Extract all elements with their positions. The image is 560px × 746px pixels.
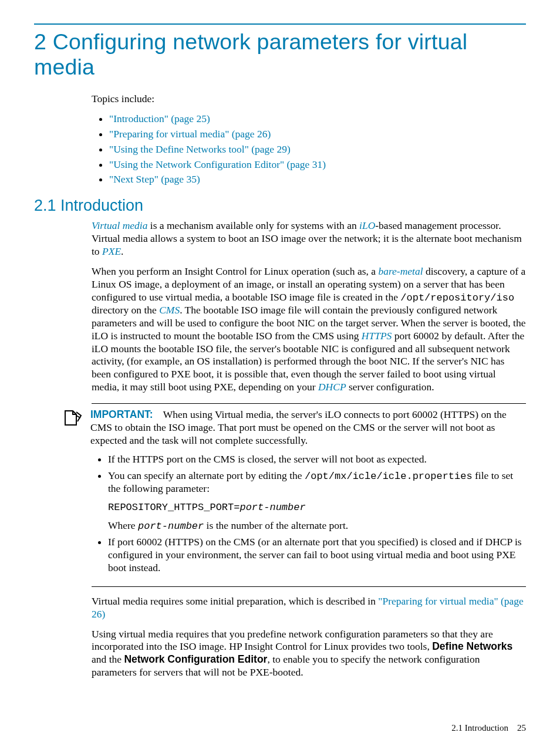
tool-name: Define Networks (432, 640, 512, 652)
glossary-link-virtual-media[interactable]: Virtual media (92, 220, 147, 231)
glossary-link-dhcp[interactable]: DHCP (318, 381, 346, 393)
important-note-icon (63, 409, 83, 431)
footer-page-number: 25 (517, 723, 526, 733)
topic-link[interactable]: "Preparing for virtual media" (page 26) (109, 128, 271, 140)
important-bullets: If the HTTPS port on the CMS is closed, … (90, 453, 526, 575)
code-path: /opt/repository/iso (400, 292, 514, 303)
list-item: If the HTTPS port on the CMS is closed, … (108, 453, 526, 466)
topic-link[interactable]: "Using the Define Networks tool" (page 2… (109, 143, 291, 155)
after-note-paragraph-1: Virtual media requires some initial prep… (92, 595, 526, 621)
glossary-link-https[interactable]: HTTPS (362, 330, 392, 342)
list-item: You can specify an alternate port by edi… (108, 470, 526, 533)
chapter-title: 2 Configuring network parameters for vir… (34, 29, 526, 80)
topic-link[interactable]: "Next Step" (page 35) (109, 173, 200, 185)
intro-paragraph-2: When you perform an Insight Control for … (92, 265, 526, 394)
glossary-link-cms[interactable]: CMS (159, 304, 180, 316)
intro-paragraph-1: Virtual media is a mechanism available o… (92, 220, 526, 258)
page-footer: 2.1 Introduction 25 (451, 723, 526, 733)
list-item: If port 60002 (HTTPS) on the CMS (or an … (108, 536, 526, 575)
footer-section: 2.1 Introduction (451, 723, 508, 733)
code-where: Where port-number is the number of the a… (108, 519, 526, 532)
code-block: REPOSITORY_HTTPS_PORT=port-number (108, 501, 526, 514)
section-title: 2.1 Introduction (34, 197, 526, 215)
glossary-link-bare-metal[interactable]: bare-metal (378, 265, 423, 277)
code-path: /opt/mx/icle/icle.properties (305, 471, 473, 482)
topics-intro: Topics include: (92, 93, 526, 106)
tool-name: Network Configuration Editor (124, 653, 267, 665)
topic-link[interactable]: "Using the Network Configuration Editor"… (109, 158, 326, 170)
important-label: IMPORTANT: (90, 409, 153, 420)
glossary-link-pxe[interactable]: PXE (102, 245, 121, 257)
topics-list: "Introduction" (page 25) "Preparing for … (92, 113, 526, 186)
glossary-link-ilo[interactable]: iLO (359, 220, 375, 231)
after-note-paragraph-2: Using virtual media requires that you pr… (92, 628, 526, 680)
topic-link[interactable]: "Introduction" (page 25) (109, 113, 210, 124)
important-lead: IMPORTANT: When using Virtual media, the… (90, 409, 526, 447)
